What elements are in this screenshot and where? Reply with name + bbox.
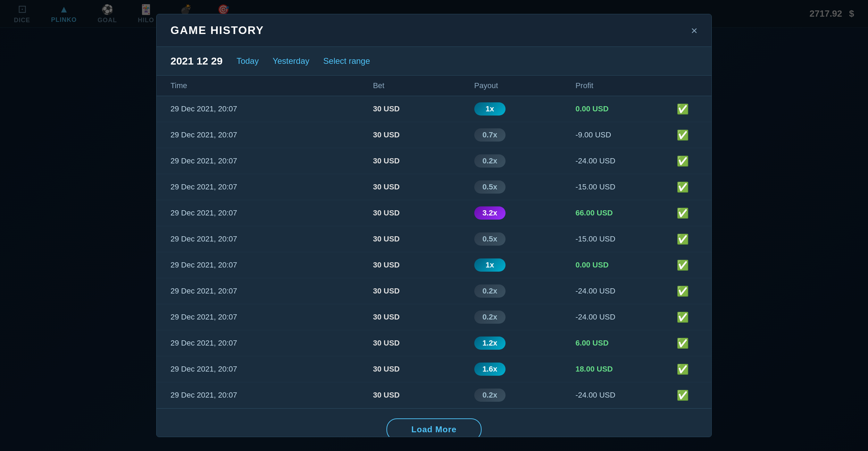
verify-icon[interactable]: ✅ — [677, 181, 698, 193]
header-verify — [677, 81, 698, 90]
table-row: 29 Dec 2021, 20:07 30 USD 1.6x 18.00 USD… — [157, 356, 711, 382]
header-time: Time — [170, 81, 373, 90]
payout-badge: 0.7x — [474, 128, 506, 142]
table-row: 29 Dec 2021, 20:07 30 USD 0.5x -15.00 US… — [157, 174, 711, 200]
header-profit: Profit — [575, 81, 677, 90]
modal-overlay: GAME HISTORY × 2021 12 29 Today Yesterda… — [0, 0, 868, 451]
cell-time: 29 Dec 2021, 20:07 — [170, 104, 373, 113]
verify-icon[interactable]: ✅ — [677, 103, 698, 115]
cell-time: 29 Dec 2021, 20:07 — [170, 156, 373, 165]
cell-time: 29 Dec 2021, 20:07 — [170, 287, 373, 296]
payout-badge: 0.2x — [474, 310, 506, 324]
cell-profit: -24.00 USD — [575, 313, 677, 322]
cell-profit: 18.00 USD — [575, 365, 677, 374]
cell-profit: -9.00 USD — [575, 130, 677, 139]
cell-time: 29 Dec 2021, 20:07 — [170, 365, 373, 374]
date-display: 2021 12 29 — [170, 55, 223, 67]
cell-payout: 0.2x — [474, 154, 576, 168]
cell-profit: -24.00 USD — [575, 391, 677, 400]
table-row: 29 Dec 2021, 20:07 30 USD 1.2x 6.00 USD … — [157, 330, 711, 356]
cell-bet: 30 USD — [373, 365, 474, 374]
cell-time: 29 Dec 2021, 20:07 — [170, 130, 373, 139]
payout-badge: 1.2x — [474, 337, 506, 350]
table-row: 29 Dec 2021, 20:07 30 USD 0.7x -9.00 USD… — [157, 122, 711, 148]
cell-time: 29 Dec 2021, 20:07 — [170, 209, 373, 218]
load-more-container: Load More — [157, 408, 711, 437]
cell-payout: 1.2x — [474, 337, 576, 350]
history-table: Time Bet Payout Profit 29 Dec 2021, 20:0… — [157, 76, 711, 408]
cell-time: 29 Dec 2021, 20:07 — [170, 235, 373, 244]
verify-icon[interactable]: ✅ — [677, 233, 698, 245]
table-row: 29 Dec 2021, 20:07 30 USD 0.2x -24.00 US… — [157, 382, 711, 408]
cell-time: 29 Dec 2021, 20:07 — [170, 313, 373, 322]
filter-yesterday[interactable]: Yesterday — [273, 56, 309, 66]
cell-profit: -15.00 USD — [575, 182, 677, 192]
payout-badge: 0.5x — [474, 232, 506, 246]
cell-bet: 30 USD — [373, 287, 474, 296]
cell-bet: 30 USD — [373, 235, 474, 244]
date-filter-bar: 2021 12 29 Today Yesterday Select range — [157, 47, 711, 76]
cell-payout: 0.5x — [474, 232, 576, 246]
cell-payout: 3.2x — [474, 206, 576, 220]
table-row: 29 Dec 2021, 20:07 30 USD 1x 0.00 USD ✅ — [157, 252, 711, 278]
payout-badge: 1x — [474, 102, 506, 116]
table-row: 29 Dec 2021, 20:07 30 USD 0.2x -24.00 US… — [157, 304, 711, 330]
filter-select-range[interactable]: Select range — [323, 56, 370, 66]
verify-icon[interactable]: ✅ — [677, 129, 698, 141]
cell-bet: 30 USD — [373, 104, 474, 113]
header-bet: Bet — [373, 81, 474, 90]
payout-badge: 0.2x — [474, 389, 506, 402]
filter-today[interactable]: Today — [236, 56, 259, 66]
cell-payout: 1x — [474, 102, 576, 116]
modal-title: GAME HISTORY — [170, 24, 264, 37]
verify-icon[interactable]: ✅ — [677, 338, 698, 349]
cell-payout: 1x — [474, 258, 576, 272]
cell-payout: 0.2x — [474, 310, 576, 324]
cell-time: 29 Dec 2021, 20:07 — [170, 391, 373, 400]
verify-icon[interactable]: ✅ — [677, 155, 698, 167]
modal-header: GAME HISTORY × — [157, 14, 711, 47]
cell-profit: 0.00 USD — [575, 104, 677, 113]
verify-icon[interactable]: ✅ — [677, 259, 698, 271]
table-row: 29 Dec 2021, 20:07 30 USD 0.2x -24.00 US… — [157, 148, 711, 174]
cell-payout: 0.5x — [474, 180, 576, 194]
cell-payout: 0.2x — [474, 389, 576, 402]
cell-profit: 6.00 USD — [575, 339, 677, 348]
table-row: 29 Dec 2021, 20:07 30 USD 0.5x -15.00 US… — [157, 226, 711, 252]
cell-payout: 0.7x — [474, 128, 576, 142]
verify-icon[interactable]: ✅ — [677, 364, 698, 375]
table-row: 29 Dec 2021, 20:07 30 USD 0.2x -24.00 US… — [157, 278, 711, 304]
load-more-button[interactable]: Load More — [386, 418, 482, 437]
verify-icon[interactable]: ✅ — [677, 286, 698, 297]
cell-profit: -24.00 USD — [575, 156, 677, 165]
payout-badge: 0.5x — [474, 180, 506, 194]
cell-time: 29 Dec 2021, 20:07 — [170, 182, 373, 192]
table-row: 29 Dec 2021, 20:07 30 USD 3.2x 66.00 USD… — [157, 200, 711, 226]
cell-profit: 0.00 USD — [575, 261, 677, 270]
cell-payout: 0.2x — [474, 284, 576, 298]
table-row: 29 Dec 2021, 20:07 30 USD 1x 0.00 USD ✅ — [157, 96, 711, 122]
header-payout: Payout — [474, 81, 576, 90]
cell-profit: 66.00 USD — [575, 209, 677, 218]
cell-profit: -15.00 USD — [575, 235, 677, 244]
cell-bet: 30 USD — [373, 313, 474, 322]
payout-badge: 0.2x — [474, 284, 506, 298]
cell-bet: 30 USD — [373, 156, 474, 165]
verify-icon[interactable]: ✅ — [677, 207, 698, 219]
payout-badge: 3.2x — [474, 206, 506, 220]
cell-time: 29 Dec 2021, 20:07 — [170, 261, 373, 270]
verify-icon[interactable]: ✅ — [677, 312, 698, 323]
cell-bet: 30 USD — [373, 261, 474, 270]
modal-close-button[interactable]: × — [691, 25, 698, 36]
game-history-modal: GAME HISTORY × 2021 12 29 Today Yesterda… — [156, 14, 712, 437]
cell-payout: 1.6x — [474, 363, 576, 376]
cell-bet: 30 USD — [373, 182, 474, 192]
table-body: 29 Dec 2021, 20:07 30 USD 1x 0.00 USD ✅ … — [157, 96, 711, 408]
cell-bet: 30 USD — [373, 391, 474, 400]
cell-time: 29 Dec 2021, 20:07 — [170, 339, 373, 348]
payout-badge: 1x — [474, 258, 506, 272]
verify-icon[interactable]: ✅ — [677, 390, 698, 401]
table-header-row: Time Bet Payout Profit — [157, 76, 711, 96]
payout-badge: 0.2x — [474, 154, 506, 168]
cell-bet: 30 USD — [373, 339, 474, 348]
